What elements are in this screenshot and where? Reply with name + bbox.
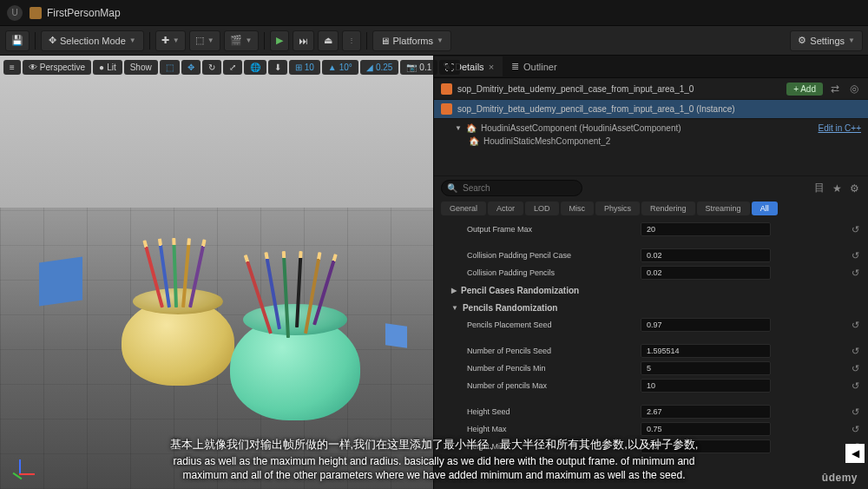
surface-snap[interactable]: ⬇: [268, 60, 287, 75]
reset-icon[interactable]: ↺: [852, 346, 859, 357]
stop-button[interactable]: ⏏: [318, 30, 339, 51]
num-pencils-seed-input[interactable]: [641, 344, 771, 358]
output-frame-max-input[interactable]: [641, 222, 771, 236]
subtitle-en-2: maximum and all of the other parameters …: [52, 468, 816, 482]
collapse-icon[interactable]: ▶: [451, 287, 457, 294]
tab-outliner[interactable]: ≣ Outliner: [503, 56, 566, 76]
separator: [264, 32, 265, 50]
component-root[interactable]: ▼ 🏠 HoudiniAssetComponent (HoudiniAssetC…: [455, 122, 861, 135]
filter-icon[interactable]: 目: [812, 182, 826, 195]
close-icon[interactable]: ×: [489, 62, 494, 72]
filter-tabs: General Actor LOD Misc Physics Rendering…: [434, 200, 868, 221]
main-toolbar: 💾 ✥ Selection Mode ▼ ✚▼ ⬚▼ 🎬▼ ▶ ⏭ ⏏ ⋮ 🖥 …: [0, 26, 868, 56]
edit-cpp-link[interactable]: Edit in C++: [819, 123, 861, 133]
viewport-scene: [0, 56, 433, 489]
filter-physics[interactable]: Physics: [595, 202, 640, 215]
viewport-menu-button[interactable]: ≡: [3, 60, 21, 75]
houdini-icon: [441, 103, 452, 115]
reset-icon[interactable]: ↺: [852, 268, 859, 279]
filter-rendering[interactable]: Rendering: [641, 202, 695, 215]
prop-num-pencils-seed: Number of Pencils Seed ↺: [441, 342, 865, 360]
coord-space[interactable]: 🌐: [244, 60, 266, 75]
show-button[interactable]: Show: [124, 60, 158, 75]
favorite-icon[interactable]: ★: [830, 182, 844, 195]
filter-all[interactable]: All: [752, 202, 778, 215]
level-icon: [30, 7, 42, 19]
move-tool[interactable]: ✥: [181, 60, 201, 75]
locate-icon[interactable]: ◎: [847, 82, 861, 96]
mesh-component-icon: 🏠: [469, 136, 479, 146]
gear-icon: ⚙: [798, 35, 806, 46]
search-input[interactable]: [441, 180, 582, 196]
category-pencil-cases[interactable]: ▶Pencil Cases Randomization: [441, 281, 865, 299]
instance-row[interactable]: sop_Dmitriy_beta_udemy_pencil_case_from_…: [434, 100, 868, 119]
video-control-icon[interactable]: ◀: [845, 444, 865, 463]
save-button[interactable]: 💾: [5, 30, 30, 51]
filter-misc[interactable]: Misc: [561, 202, 595, 215]
prop-pencils-placement-seed: Pencils Placement Seed ↺: [441, 316, 865, 334]
grid-snap-button[interactable]: ⊞ 10: [289, 60, 320, 75]
viewport[interactable]: ≡ 👁 Perspective ● Lit Show ⬚ ✥ ↻ ⤢ 🌐 ⬇ ⊞…: [0, 56, 434, 489]
filter-general[interactable]: General: [441, 202, 486, 215]
subtitle-en-1: radius as well as the maximum height and…: [52, 454, 816, 468]
cursor-icon: ✥: [49, 35, 56, 46]
chevron-down-icon: ▼: [437, 36, 444, 44]
viewport-maximize-button[interactable]: ⛶: [439, 60, 460, 75]
perspective-button[interactable]: 👁 Perspective: [23, 60, 91, 75]
pencils-placement-seed-input[interactable]: [641, 318, 771, 332]
category-pencils[interactable]: ▼Pencils Randomization: [441, 299, 865, 316]
settings-button[interactable]: ⚙ Settings ▼: [790, 30, 863, 51]
collision-padding-case-input[interactable]: [641, 248, 771, 262]
instance-name: sop_Dmitriy_beta_udemy_pencil_case_from_…: [457, 104, 735, 114]
reset-icon[interactable]: ↺: [852, 363, 859, 374]
title-bar: U FirstPersonMap: [0, 0, 868, 26]
num-pencils-min-input[interactable]: [641, 361, 771, 375]
filter-lod[interactable]: LOD: [525, 202, 559, 215]
houdini-component-icon: 🏠: [466, 123, 477, 133]
select-tool[interactable]: ⬚: [160, 60, 180, 75]
platforms-icon: 🖥: [380, 36, 390, 46]
map-tab[interactable]: FirstPersonMap: [30, 7, 121, 19]
reset-icon[interactable]: ↺: [852, 224, 859, 235]
platforms-button[interactable]: 🖥 Platforms ▼: [372, 30, 451, 51]
asset-name: sop_Dmitriy_beta_udemy_pencil_case_from_…: [457, 84, 694, 94]
scale-snap-button[interactable]: ◢ 0.25: [360, 60, 398, 75]
component-tree: ▼ 🏠 HoudiniAssetComponent (HoudiniAssetC…: [434, 119, 868, 150]
main-area: ≡ 👁 Perspective ● Lit Show ⬚ ✥ ↻ ⤢ 🌐 ⬇ ⊞…: [0, 56, 868, 489]
prop-height-max: Height Max ↺: [441, 420, 865, 438]
height-max-input[interactable]: [641, 422, 771, 436]
play-options-button[interactable]: ⋮: [342, 30, 361, 51]
marketplace-button[interactable]: ⬚▼: [189, 30, 220, 51]
lit-button[interactable]: ● Lit: [93, 60, 122, 75]
height-seed-input[interactable]: [641, 405, 771, 419]
asset-header-row[interactable]: sop_Dmitriy_beta_udemy_pencil_case_from_…: [434, 78, 868, 100]
play-button[interactable]: ▶: [270, 30, 289, 51]
subtitle-cn: 基本上就像我们对输出帧所做的一样,我们在这里添加了最小半径、最大半径和所有其他参…: [52, 437, 816, 453]
scale-tool[interactable]: ⤢: [223, 60, 242, 75]
rotate-tool[interactable]: ↻: [202, 60, 221, 75]
outliner-icon: ≣: [511, 61, 519, 72]
pause-button[interactable]: ⏭: [293, 30, 314, 51]
angle-snap-button[interactable]: ▲ 10°: [322, 60, 358, 75]
cinematics-button[interactable]: 🎬▼: [224, 30, 259, 51]
filter-streaming[interactable]: Streaming: [697, 202, 750, 215]
settings-gear-icon[interactable]: ⚙: [847, 182, 861, 195]
selection-mode-button[interactable]: ✥ Selection Mode ▼: [41, 30, 144, 51]
expand-icon[interactable]: ▼: [455, 124, 462, 132]
reset-icon[interactable]: ↺: [852, 380, 859, 392]
expand-icon[interactable]: ▼: [451, 304, 458, 312]
filter-actor[interactable]: Actor: [488, 202, 523, 215]
reset-icon[interactable]: ↺: [852, 424, 859, 435]
add-content-button[interactable]: ✚▼: [155, 30, 186, 51]
scene-cube: [39, 256, 82, 306]
reset-icon[interactable]: ↺: [852, 320, 859, 331]
reset-icon[interactable]: ↺: [852, 406, 859, 418]
collision-padding-pencils-input[interactable]: [641, 266, 771, 280]
browse-icon[interactable]: ⇄: [828, 82, 842, 96]
separator: [366, 32, 367, 50]
component-child[interactable]: 🏠 HoudiniStaticMeshComponent_2: [455, 135, 861, 148]
add-component-button[interactable]: + Add: [786, 83, 823, 96]
num-pencils-max-input[interactable]: [641, 379, 771, 393]
reset-icon[interactable]: ↺: [852, 250, 859, 261]
camera-speed-button[interactable]: 📷 0.1: [400, 60, 437, 75]
